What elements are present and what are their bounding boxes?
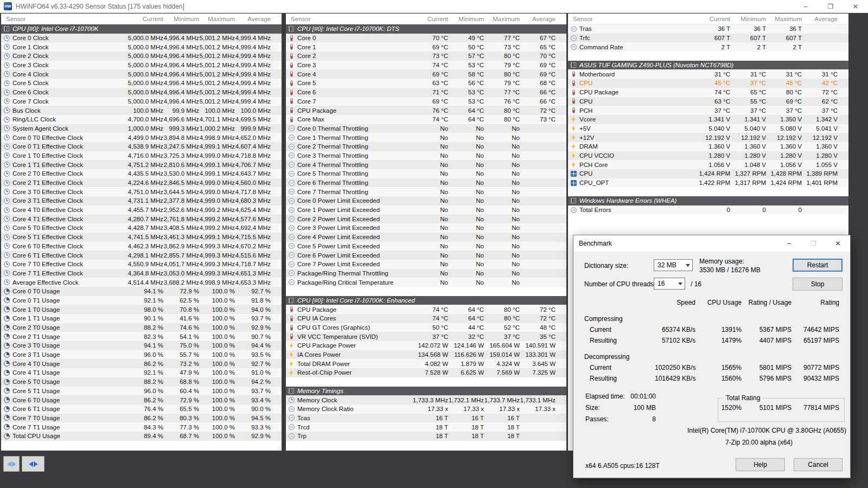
sensor-row[interactable]: Core 7 T1 Usage84.3 %77.3 %100.0 %93.3 %: [1, 422, 282, 432]
sensor-row[interactable]: Core 7 Power Limit ExceededNoNoNo: [286, 260, 566, 269]
help-button[interactable]: Help: [736, 458, 785, 471]
sensor-row[interactable]: Core 0 Clock5,000.0 MHz4,996.4 MHz5,001.…: [1, 34, 282, 43]
sensor-row[interactable]: Trp18 T18 T18 T: [286, 432, 566, 441]
close-button[interactable]: ✕: [843, 0, 868, 12]
sensor-row[interactable]: Trfc607 T607 T607 T: [568, 34, 848, 43]
sensor-row[interactable]: Core 1 T0 Effective Clock4,716.0 MHz3,72…: [1, 151, 282, 160]
sensor-row[interactable]: CPU1,424 RPM1,327 RPM1,428 RPM1,389 RPM: [568, 169, 848, 178]
sensor-row[interactable]: Core 4 T1 Usage92.1 %47.9 %100.0 %91.0 %: [1, 368, 282, 377]
sensor-row[interactable]: Core 2 T0 Effective Clock4,435.5 MHz3,53…: [1, 169, 282, 178]
sensor-row[interactable]: Core 3 Thermal ThrottlingNoNoNo: [286, 151, 566, 160]
sensor-row[interactable]: Core 3 Power Limit ExceededNoNoNo: [286, 223, 566, 233]
sensor-row[interactable]: Tcas16 T16 T16 T: [286, 414, 566, 423]
sensor-row[interactable]: DRAM1.360 V1.360 V1.360 V1.360 V: [568, 142, 848, 151]
col-header-average[interactable]: Average: [802, 16, 838, 22]
col-header-sensor[interactable]: Sensor: [568, 16, 694, 22]
cpu-threads-select[interactable]: 16: [654, 278, 685, 290]
sensor-row[interactable]: Rest-of-Chip Power7.528 W6.625 W7.569 W7…: [286, 368, 566, 377]
sensor-row[interactable]: Core 2 T0 Usage88.2 %74.6 %100.0 %92.9 %: [1, 323, 282, 332]
section-header-row[interactable]: CPU [#0]: Intel Core i7-10700K: Enhanced: [286, 296, 566, 305]
maximize-button[interactable]: ❐: [818, 0, 843, 12]
col-header-minimum[interactable]: Minimum: [730, 16, 766, 22]
sensor-row[interactable]: CPU IA Cores74 °C64 °C80 °C72 °C: [286, 314, 566, 323]
sensor-row[interactable]: Core 5 Power Limit ExceededNoNoNo: [286, 242, 566, 251]
sensor-row[interactable]: Core 3 T1 Effective Clock4,731.1 MHz2,37…: [1, 196, 282, 206]
col-header-current[interactable]: Current: [694, 16, 730, 22]
sensor-row[interactable]: Core 1 T1 Usage90.1 %41.6 %100.0 %93.7 %: [1, 314, 282, 323]
col-header-sensor[interactable]: Sensor: [1, 16, 127, 22]
sensor-row[interactable]: CPU Package Power142.072 W124.146 W165.6…: [286, 341, 566, 350]
col-header-current[interactable]: Current: [412, 16, 448, 22]
col-header-maximum[interactable]: Maximum: [484, 16, 520, 22]
sensor-row[interactable]: Core 2 Clock5,000.0 MHz4,996.4 MHz5,001.…: [1, 52, 282, 61]
sensor-row[interactable]: PCH Core1.056 V1.048 V1.056 V1.055 V: [568, 160, 848, 169]
sensor-row[interactable]: Core 1 Clock5,000.0 MHz4,996.4 MHz5,001.…: [1, 42, 282, 52]
sensor-row[interactable]: Core 0 T1 Effective Clock4,538.9 MHz3,24…: [1, 142, 282, 151]
sensor-row[interactable]: Core 4 Power Limit ExceededNoNoNo: [286, 233, 566, 242]
sensor-row[interactable]: Ring/LLC Clock4,700.0 MHz4,696.6 MHz4,70…: [1, 115, 282, 124]
sensor-row[interactable]: Core 5 T0 Usage88.2 %68.8 %100.0 %94.2 %: [1, 377, 282, 387]
sensor-row[interactable]: Core 3 Clock5,000.0 MHz4,996.4 MHz5,001.…: [1, 61, 282, 70]
col-header-maximum[interactable]: Maximum: [199, 16, 235, 22]
sensor-row[interactable]: System Agent Clock1,000.0 MHz999.3 MHz1,…: [1, 124, 282, 133]
sensor-row[interactable]: Core 169 °C50 °C73 °C65 °C: [286, 42, 566, 52]
sensor-row[interactable]: Core 6 Clock5,000.0 MHz4,996.4 MHz5,001.…: [1, 88, 282, 97]
sensor-row[interactable]: CPU Package74 °C65 °C80 °C72 °C: [568, 88, 848, 97]
sensor-row[interactable]: CPU Package74 °C64 °C80 °C72 °C: [286, 305, 566, 314]
col-header-minimum[interactable]: Minimum: [448, 16, 484, 22]
sensor-row[interactable]: Memory Clock Ratio17.33 x17.33 x17.33 x1…: [286, 404, 566, 414]
sensor-row[interactable]: Core 0 Thermal ThrottlingNoNoNo: [286, 124, 566, 133]
sensor-row[interactable]: Core 070 °C49 °C77 °C67 °C: [286, 34, 566, 43]
sensor-row[interactable]: Core 7 Clock5,000.0 MHz4,996.4 MHz5,001.…: [1, 97, 282, 106]
sensor-row[interactable]: Core 2 T1 Usage82.3 %54.1 %100.0 %90.7 %: [1, 332, 282, 341]
section-header-row[interactable]: CPU [#0]: Intel Core i7-10700K: DTS: [286, 24, 566, 34]
sensor-row[interactable]: Core 374 °C53 °C79 °C69 °C: [286, 61, 566, 70]
sensor-row[interactable]: Core 563 °C56 °C79 °C68 °C: [286, 79, 566, 88]
minimize-button[interactable]: –: [793, 0, 818, 12]
sensor-row[interactable]: Core 671 °C53 °C77 °C66 °C: [286, 88, 566, 97]
sensor-row[interactable]: Core 4 T0 Usage86.2 %73.2 %100.0 %92.7 %: [1, 359, 282, 368]
sensor-row[interactable]: CPU45 °C37 °C45 °C42 °C: [568, 79, 848, 88]
sensor-row[interactable]: Command Rate2 T2 T2 T: [568, 42, 848, 52]
sensor-row[interactable]: Core 5 Thermal ThrottlingNoNoNo: [286, 169, 566, 178]
sensor-row[interactable]: Trcd18 T18 T18 T: [286, 422, 566, 432]
sensor-row[interactable]: Vcore1.341 V1.341 V1.350 V1.342 V: [568, 115, 848, 124]
sensor-row[interactable]: Core 0 T1 Usage92.1 %62.5 %100.0 %91.8 %: [1, 296, 282, 305]
sensor-row[interactable]: Package/Ring Thermal ThrottlingNoNoNo: [286, 269, 566, 278]
stop-button[interactable]: Stop: [793, 278, 843, 291]
sensor-row[interactable]: Core 5 T1 Effective Clock4,741.5 MHz3,46…: [1, 233, 282, 242]
sensor-row[interactable]: Core 7 Thermal ThrottlingNoNoNo: [286, 187, 566, 196]
col-header-average[interactable]: Average: [520, 16, 556, 22]
sensor-row[interactable]: Core 0 T0 Effective Clock4,499.0 MHz3,89…: [1, 133, 282, 142]
section-header-row[interactable]: Memory Timings: [286, 387, 566, 396]
sensor-row[interactable]: Core 6 Power Limit ExceededNoNoNo: [286, 251, 566, 260]
col-header-maximum[interactable]: Maximum: [766, 16, 802, 22]
sensor-row[interactable]: Core 5 T0 Effective Clock4,428.7 MHz3,40…: [1, 223, 282, 233]
sensor-row[interactable]: Core 4 T0 Effective Clock4,455.7 MHz2,95…: [1, 206, 282, 215]
benchmark-close-button[interactable]: ✕: [826, 235, 850, 252]
col-header-average[interactable]: Average: [235, 16, 271, 22]
sensor-row[interactable]: Core 4 Thermal ThrottlingNoNoNo: [286, 160, 566, 169]
sensor-row[interactable]: Core 3 T0 Effective Clock4,751.0 MHz3,64…: [1, 187, 282, 196]
sensor-row[interactable]: Core 6 T0 Usage86.2 %72.9 %100.0 %93.4 %: [1, 395, 282, 404]
sensor-row[interactable]: CPU63 °C55 °C69 °C62 °C: [568, 97, 848, 106]
sensor-row[interactable]: Core 1 Thermal ThrottlingNoNoNo: [286, 133, 566, 142]
sensor-row[interactable]: Core 2 Power Limit ExceededNoNoNo: [286, 214, 566, 223]
sensor-row[interactable]: CPU VCCIO1.280 V1.280 V1.280 V1.280 V: [568, 151, 848, 160]
sensor-row[interactable]: Core 2 T1 Effective Clock4,224.6 MHz2,84…: [1, 178, 282, 188]
col-header-sensor[interactable]: Sensor: [286, 16, 412, 22]
sensor-row[interactable]: VR VCC Temperature (SVID)37 °C32 °C37 °C…: [286, 332, 566, 341]
section-header-row[interactable]: CPU [#0]: Intel Core i7-10700K: [1, 24, 282, 34]
sensor-row[interactable]: Core 6 Thermal ThrottlingNoNoNo: [286, 178, 566, 188]
sensor-row[interactable]: Core 4 Clock5,000.0 MHz4,996.4 MHz5,001.…: [1, 69, 282, 79]
sensor-row[interactable]: CPU GT Cores (Graphics)50 °C44 °C52 °C48…: [286, 323, 566, 332]
cancel-button[interactable]: Cancel: [794, 458, 843, 471]
sensor-row[interactable]: Bus Clock100.0 MHz99.9 MHz100.0 MHz100.0…: [1, 106, 282, 115]
sensor-row[interactable]: IA Cores Power134.568 W116.626 W159.014 …: [286, 350, 566, 359]
sensor-row[interactable]: Core 7 T0 Effective Clock4,550.9 MHz4,05…: [1, 260, 282, 269]
sensor-row[interactable]: Core 273 °C57 °C80 °C70 °C: [286, 52, 566, 61]
sensor-row[interactable]: Core 3 T0 Usage94.1 %75.0 %100.0 %94.4 %: [1, 341, 282, 350]
sensor-row[interactable]: Core 3 T1 Usage96.0 %55.7 %100.0 %93.5 %: [1, 350, 282, 359]
sensor-row[interactable]: Core 6 T0 Effective Clock4,462.3 MHz3,86…: [1, 242, 282, 251]
sensor-row[interactable]: Core 4 T1 Effective Clock4,280.7 MHz2,76…: [1, 214, 282, 223]
